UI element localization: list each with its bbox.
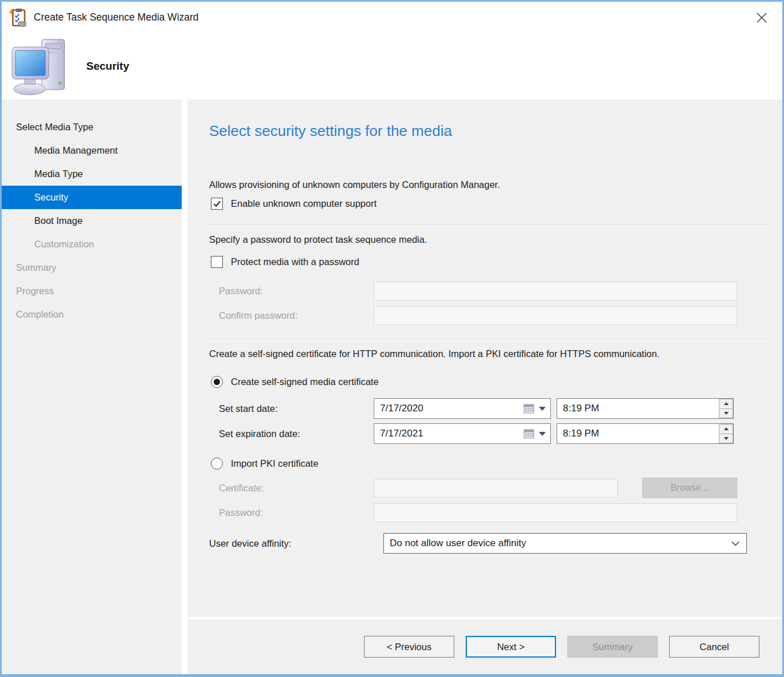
sidebar-item-progress: Progress bbox=[2, 279, 182, 303]
protect-media-label: Protect media with a password bbox=[231, 257, 359, 267]
chevron-down-icon bbox=[731, 541, 739, 546]
close-icon bbox=[755, 11, 768, 24]
wizard-window: Create Task Sequence Media Wizard bbox=[0, 0, 784, 677]
enable-unknown-computer-checkbox[interactable] bbox=[211, 198, 223, 210]
self-signed-radio[interactable] bbox=[211, 376, 223, 388]
spin-down-button[interactable] bbox=[719, 409, 733, 419]
content-panel: Select security settings for the media A… bbox=[187, 99, 782, 617]
window-title: Create Task Sequence Media Wizard bbox=[34, 11, 199, 23]
import-pki-radio-row: Import PKI certificate bbox=[209, 458, 782, 470]
sidebar-item-completion: Completion bbox=[2, 303, 182, 326]
spin-up-icon bbox=[724, 427, 729, 430]
confirm-password-label: Confirm password: bbox=[209, 310, 374, 321]
user-device-affinity-label: User device affinity: bbox=[209, 538, 383, 549]
pki-password-label: Password: bbox=[209, 507, 374, 518]
start-time-spinner bbox=[719, 399, 733, 418]
enable-unknown-computer-label: Enable unknown computer support bbox=[231, 198, 377, 209]
expiration-time-spinner bbox=[719, 424, 733, 443]
pki-password-input bbox=[374, 503, 737, 522]
wizard-steps-sidebar: Select Media Type Media Management Media… bbox=[2, 99, 182, 674]
wizard-button-bar: < Previous Next > Summary Cancel bbox=[187, 619, 782, 674]
next-button[interactable]: Next > bbox=[466, 636, 556, 658]
start-date-label: Set start date: bbox=[209, 403, 374, 414]
cancel-button[interactable]: Cancel bbox=[669, 636, 759, 658]
user-device-affinity-selected-option: Do not allow user device affinity bbox=[390, 538, 731, 549]
certificate-section-description: Create a self-signed certificate for HTT… bbox=[209, 347, 712, 361]
start-date-picker[interactable]: 7/17/2020 bbox=[374, 398, 551, 419]
password-section-description: Specify a password to protect task seque… bbox=[209, 233, 782, 247]
start-date-row: Set start date: 7/17/2020 bbox=[209, 398, 782, 419]
certificate-label: Certificate: bbox=[209, 483, 374, 494]
certificate-field-row: Certificate: Browse... bbox=[209, 478, 782, 498]
spin-down-icon bbox=[724, 412, 729, 415]
title-bar: Create Task Sequence Media Wizard bbox=[2, 2, 782, 33]
section-separator bbox=[209, 225, 770, 226]
sidebar-item-summary: Summary bbox=[2, 256, 182, 279]
user-device-affinity-dropdown[interactable]: Do not allow user device affinity bbox=[383, 533, 747, 554]
computer-icon bbox=[11, 37, 69, 96]
calendar-icon bbox=[523, 428, 535, 439]
self-signed-radio-label: Create self-signed media certificate bbox=[231, 376, 379, 387]
certificate-input bbox=[374, 479, 618, 498]
password-label: Password: bbox=[209, 286, 374, 297]
import-pki-radio[interactable] bbox=[211, 458, 223, 470]
pki-password-field-row: Password: bbox=[209, 503, 782, 522]
expiration-date-label: Set expiration date: bbox=[209, 428, 374, 439]
expiration-date-row: Set expiration date: 7/17/2021 bbox=[209, 423, 782, 444]
spin-up-button[interactable] bbox=[719, 399, 733, 409]
confirm-password-input bbox=[374, 306, 737, 325]
expiration-time-value: 8:19 PM bbox=[557, 424, 719, 443]
confirm-password-field-row: Confirm password: bbox=[209, 306, 782, 325]
header-page-label: Security bbox=[86, 60, 129, 73]
import-pki-radio-label: Import PKI certificate bbox=[231, 458, 318, 469]
browse-button: Browse... bbox=[642, 478, 737, 498]
sidebar-item-media-management: Media Management bbox=[2, 139, 182, 162]
expiration-date-value: 7/17/2021 bbox=[380, 428, 523, 439]
calendar-icon bbox=[523, 403, 535, 414]
summary-button: Summary bbox=[567, 636, 658, 658]
sidebar-divider bbox=[182, 99, 187, 674]
unknown-support-description: Allows provisioning of unknown computers… bbox=[209, 178, 782, 192]
protect-media-row: Protect media with a password bbox=[209, 256, 782, 268]
spin-up-icon bbox=[724, 402, 729, 405]
enable-unknown-computer-row: Enable unknown computer support bbox=[209, 198, 782, 210]
password-input bbox=[374, 282, 737, 301]
start-date-value: 7/17/2020 bbox=[380, 403, 523, 414]
user-device-affinity-row: User device affinity: Do not allow user … bbox=[209, 533, 782, 554]
expiration-date-picker[interactable]: 7/17/2021 bbox=[374, 423, 551, 444]
section-separator bbox=[209, 339, 770, 340]
previous-button[interactable]: < Previous bbox=[364, 636, 454, 658]
sidebar-item-boot-image: Boot Image bbox=[2, 209, 182, 233]
sidebar-item-customization: Customization bbox=[2, 233, 182, 256]
self-signed-radio-row: Create self-signed media certificate bbox=[209, 376, 782, 388]
sidebar-item-select-media-type: Select Media Type bbox=[2, 115, 182, 139]
spin-up-button[interactable] bbox=[719, 424, 733, 434]
app-clipboard-icon bbox=[9, 8, 28, 27]
spin-down-button[interactable] bbox=[719, 434, 733, 444]
start-time-value: 8:19 PM bbox=[557, 399, 719, 418]
page-title: Select security settings for the media bbox=[209, 122, 782, 140]
protect-media-checkbox[interactable] bbox=[211, 256, 223, 268]
wizard-header: Security bbox=[2, 33, 782, 99]
sidebar-item-security: Security bbox=[2, 186, 182, 209]
close-button[interactable] bbox=[750, 6, 773, 29]
date-dropdown-arrow-icon bbox=[539, 407, 546, 411]
spin-down-icon bbox=[724, 437, 729, 440]
sidebar-item-media-type: Media Type bbox=[2, 162, 182, 186]
date-dropdown-arrow-icon bbox=[539, 432, 546, 436]
password-field-row: Password: bbox=[209, 282, 782, 301]
expiration-time-field[interactable]: 8:19 PM bbox=[557, 423, 734, 444]
start-time-field[interactable]: 8:19 PM bbox=[557, 398, 734, 419]
